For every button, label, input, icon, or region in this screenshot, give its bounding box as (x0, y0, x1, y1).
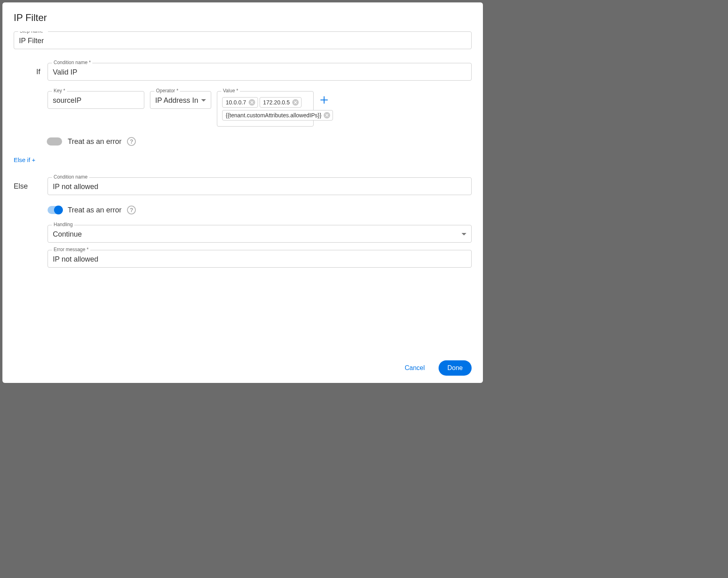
else-if-add-link[interactable]: Else if + (14, 156, 35, 163)
handling-label: Handling (52, 222, 74, 227)
dialog-title: IP Filter (14, 12, 472, 23)
chip-remove-icon[interactable] (292, 99, 299, 106)
if-treat-as-error-label: Treat as an error (68, 137, 121, 146)
key-label: Key * (52, 88, 67, 94)
if-condition-name-field[interactable]: Condition name * (48, 63, 472, 81)
error-message-input[interactable] (53, 255, 466, 264)
help-icon[interactable]: ? (127, 206, 136, 214)
value-chip-text: {{tenant.customAttributes.allowedIPs}} (226, 112, 321, 119)
add-condition-button[interactable] (319, 95, 329, 105)
if-branch: If Condition name * Key * Operator * IP … (14, 63, 472, 146)
else-treat-as-error-label: Treat as an error (68, 206, 121, 214)
if-treat-as-error-row: Treat as an error ? (48, 137, 472, 146)
if-condition-name-input[interactable] (53, 68, 466, 77)
else-condition-name-field[interactable]: Condition name (48, 177, 472, 195)
value-chip-text: 10.0.0.7 (226, 99, 246, 106)
if-treat-as-error-toggle[interactable] (48, 137, 62, 146)
chevron-down-icon (201, 99, 206, 102)
step-name-label: Step name * (18, 31, 48, 34)
key-input[interactable] (53, 96, 139, 105)
step-name-input[interactable] (19, 37, 466, 45)
chip-remove-icon[interactable] (249, 99, 255, 106)
error-message-label: Error message * (52, 247, 90, 252)
done-button[interactable]: Done (439, 360, 472, 376)
value-field[interactable]: Value * 10.0.0.7 172.20.0.5 (217, 91, 314, 127)
dialog-footer: Cancel Done (14, 357, 472, 376)
if-condition-rule-row: Key * Operator * IP Address In Value * 1… (48, 91, 472, 127)
else-label: Else (14, 177, 40, 191)
value-chip: 172.20.0.5 (260, 97, 302, 108)
chip-remove-icon[interactable] (324, 112, 330, 119)
else-treat-as-error-toggle[interactable] (48, 206, 62, 214)
value-chip: {{tenant.customAttributes.allowedIPs}} (222, 110, 333, 121)
operator-value: IP Address In (155, 96, 201, 105)
operator-select[interactable]: Operator * IP Address In (150, 91, 211, 109)
dialog-content: Step name * If Condition name * Key * (14, 31, 472, 357)
step-name-field[interactable]: Step name * (14, 31, 472, 49)
value-label: Value * (221, 88, 240, 94)
error-message-field[interactable]: Error message * (48, 250, 472, 268)
key-field[interactable]: Key * (48, 91, 144, 109)
else-condition-name-label: Condition name (52, 174, 89, 180)
handling-value: Continue (53, 230, 462, 239)
value-chips: 10.0.0.7 172.20.0.5 (222, 96, 308, 122)
else-treat-as-error-row: Treat as an error ? (48, 206, 472, 214)
ip-filter-dialog: IP Filter Step name * If Condition name … (2, 2, 483, 383)
handling-select[interactable]: Handling Continue (48, 225, 472, 243)
if-label: If (14, 63, 40, 76)
operator-label: Operator * (154, 88, 180, 94)
else-condition-name-input[interactable] (53, 183, 466, 191)
plus-icon (320, 96, 328, 104)
help-icon[interactable]: ? (127, 137, 136, 146)
if-condition-name-label: Condition name * (52, 60, 92, 65)
else-branch: Else Condition name Treat as an error ? … (14, 177, 472, 268)
value-chip: 10.0.0.7 (222, 97, 258, 108)
chevron-down-icon (462, 233, 466, 235)
cancel-button[interactable]: Cancel (396, 360, 434, 376)
value-chip-text: 172.20.0.5 (263, 99, 290, 106)
